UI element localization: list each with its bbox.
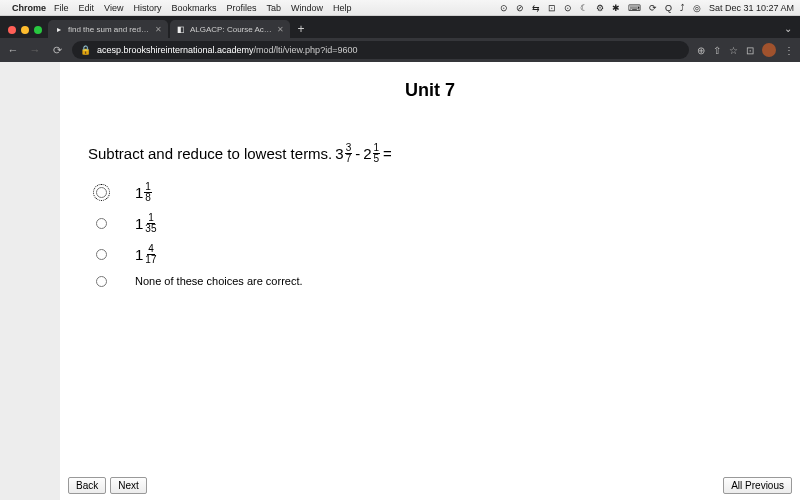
menubar-datetime[interactable]: Sat Dec 31 10:27 AM xyxy=(709,3,794,13)
option-label: 1 1 8 xyxy=(135,182,152,203)
status-icon[interactable]: ⇆ xyxy=(532,3,540,13)
new-tab-button[interactable]: + xyxy=(292,20,310,38)
menu-tab[interactable]: Tab xyxy=(266,3,281,13)
menu-history[interactable]: History xyxy=(133,3,161,13)
macos-menubar: Chrome File Edit View History Bookmarks … xyxy=(0,0,800,16)
menu-profiles[interactable]: Profiles xyxy=(226,3,256,13)
whole-number: 3 xyxy=(335,145,343,162)
fraction: 1 35 xyxy=(144,213,157,234)
search-icon[interactable]: ⊕ xyxy=(697,45,705,56)
option-label: 1 4 17 xyxy=(135,244,157,265)
minus-sign: - xyxy=(355,145,360,162)
browser-tab[interactable]: ◧ ALGACP: Course Access ✕ xyxy=(170,20,290,38)
radio-button[interactable] xyxy=(96,276,107,287)
back-icon[interactable]: ← xyxy=(6,44,20,56)
status-icon[interactable]: ⊙ xyxy=(564,3,572,13)
whole-number: 1 xyxy=(135,246,143,263)
share-icon[interactable]: ⇧ xyxy=(713,45,721,56)
option-label: 1 1 35 xyxy=(135,213,157,234)
status-icon[interactable]: ☾ xyxy=(580,3,588,13)
menu-help[interactable]: Help xyxy=(333,3,352,13)
denominator: 17 xyxy=(144,255,157,265)
menu-edit[interactable]: Edit xyxy=(79,3,95,13)
fraction: 3 7 xyxy=(345,143,353,164)
menu-window[interactable]: Window xyxy=(291,3,323,13)
back-button[interactable]: Back xyxy=(68,477,106,494)
denominator: 7 xyxy=(345,154,353,164)
question-text: Subtract and reduce to lowest terms. 3 3… xyxy=(88,143,772,164)
question-prefix: Subtract and reduce to lowest terms. xyxy=(88,145,332,162)
question-term2: 2 1 5 xyxy=(363,143,380,164)
status-icon[interactable]: ⊡ xyxy=(548,3,556,13)
status-icon[interactable]: ⊘ xyxy=(516,3,524,13)
whole-number: 1 xyxy=(135,215,143,232)
control-center-icon[interactable]: ◎ xyxy=(693,3,701,13)
status-icon[interactable]: ⟳ xyxy=(649,3,657,13)
page-title: Unit 7 xyxy=(88,80,772,101)
question-term1: 3 3 7 xyxy=(335,143,352,164)
kebab-menu-icon[interactable]: ⋮ xyxy=(784,45,794,56)
radio-button[interactable] xyxy=(96,187,107,198)
menu-view[interactable]: View xyxy=(104,3,123,13)
denominator: 8 xyxy=(144,193,152,203)
address-bar[interactable]: 🔒 acesp.brookshireinternational.academy/… xyxy=(72,41,689,59)
favicon-icon: ▸ xyxy=(54,24,64,34)
fraction: 4 17 xyxy=(144,244,157,265)
menu-bookmarks[interactable]: Bookmarks xyxy=(171,3,216,13)
denominator: 35 xyxy=(144,224,157,234)
radio-button[interactable] xyxy=(96,249,107,260)
tab-overflow-icon[interactable]: ⌄ xyxy=(784,23,800,38)
equals-sign: = xyxy=(383,145,392,162)
favicon-icon: ◧ xyxy=(176,24,186,34)
profile-avatar[interactable] xyxy=(762,43,776,57)
next-button[interactable]: Next xyxy=(110,477,147,494)
window-controls xyxy=(6,26,48,38)
close-tab-icon[interactable]: ✕ xyxy=(155,25,162,34)
menubar-app-name[interactable]: Chrome xyxy=(12,3,46,13)
star-icon[interactable]: ☆ xyxy=(729,45,738,56)
status-icon[interactable]: ⚙ xyxy=(596,3,604,13)
denominator: 5 xyxy=(373,154,381,164)
whole-number: 2 xyxy=(363,145,371,162)
nav-footer: Back Next All Previous xyxy=(68,477,792,494)
url-path: /mod/lti/view.php?id=9600 xyxy=(254,45,358,55)
browser-tab[interactable]: ▸ find the sum and reduce to low ✕ xyxy=(48,20,168,38)
maximize-window-icon[interactable] xyxy=(34,26,42,34)
status-icon[interactable]: ✱ xyxy=(612,3,620,13)
tab-title: find the sum and reduce to low xyxy=(68,25,151,34)
option-label: None of these choices are correct. xyxy=(135,275,303,287)
answer-option[interactable]: 1 4 17 xyxy=(96,244,772,265)
url-domain: acesp.brookshireinternational.academy xyxy=(97,45,254,55)
answer-option[interactable]: None of these choices are correct. xyxy=(96,275,772,287)
all-previous-button[interactable]: All Previous xyxy=(723,477,792,494)
answer-option[interactable]: 1 1 35 xyxy=(96,213,772,234)
radio-button[interactable] xyxy=(96,218,107,229)
status-icon[interactable]: ⊙ xyxy=(500,3,508,13)
close-tab-icon[interactable]: ✕ xyxy=(277,25,284,34)
fraction: 1 5 xyxy=(373,143,381,164)
lock-icon[interactable]: 🔒 xyxy=(80,45,91,55)
chrome-toolbar: ← → ⟳ 🔒 acesp.brookshireinternational.ac… xyxy=(0,38,800,62)
quiz-page: Unit 7 Subtract and reduce to lowest ter… xyxy=(60,62,800,500)
status-icon[interactable]: ⤴ xyxy=(680,3,685,13)
answer-options: 1 1 8 1 1 35 xyxy=(96,182,772,287)
extensions-icon[interactable]: ⊡ xyxy=(746,45,754,56)
left-gutter xyxy=(0,62,60,500)
answer-option[interactable]: 1 1 8 xyxy=(96,182,772,203)
tab-title: ALGACP: Course Access xyxy=(190,25,273,34)
menu-file[interactable]: File xyxy=(54,3,69,13)
forward-icon: → xyxy=(28,44,42,56)
page-viewport: Unit 7 Subtract and reduce to lowest ter… xyxy=(0,62,800,500)
status-icon[interactable]: ⌨ xyxy=(628,3,641,13)
reload-icon[interactable]: ⟳ xyxy=(50,44,64,57)
chrome-tabbar: ▸ find the sum and reduce to low ✕ ◧ ALG… xyxy=(0,16,800,38)
whole-number: 1 xyxy=(135,184,143,201)
close-window-icon[interactable] xyxy=(8,26,16,34)
fraction: 1 8 xyxy=(144,182,152,203)
status-icon[interactable]: Q xyxy=(665,3,672,13)
minimize-window-icon[interactable] xyxy=(21,26,29,34)
